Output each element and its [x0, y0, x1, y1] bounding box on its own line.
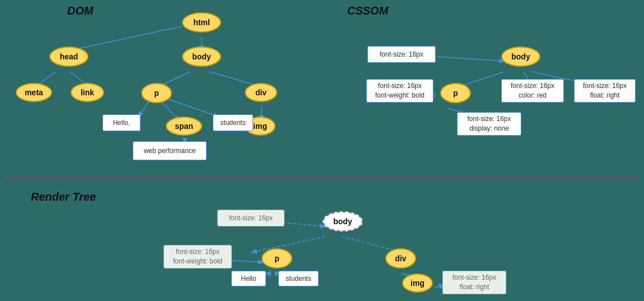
cssom-p-node: p [440, 83, 471, 103]
render-body-node: body [323, 211, 363, 231]
cssom-fontsize-body-box: font-size: 16px [367, 46, 436, 63]
dom-label: DOM [67, 4, 94, 17]
arrows-svg [0, 0, 644, 301]
render-p-style-box: font-size: 16pxfont-weight: bold [164, 245, 232, 268]
render-fontsize-box: font-size: 16px [217, 210, 284, 226]
svg-line-8 [165, 98, 218, 117]
svg-line-20 [252, 237, 325, 252]
dom-span-node: span [166, 117, 202, 136]
render-hello-box: Hello [231, 271, 266, 286]
dom-html-node: html [182, 12, 221, 33]
cssom-span2-style-box: font-size: 16pxdisplay: none [457, 112, 521, 136]
dom-students-box: students [213, 114, 253, 131]
dom-link-node: link [71, 83, 104, 102]
render-students-box: students [278, 271, 319, 286]
dom-hello-box: Hello, [102, 114, 141, 131]
cssom-span-style-box: font-size: 16pxcolor: red [501, 79, 564, 103]
main-diagram: DOM CSSOM Render Tree [0, 0, 644, 301]
render-div-node: div [385, 248, 416, 268]
render-p-node: p [262, 248, 292, 268]
svg-line-0 [70, 26, 182, 50]
dom-meta-node: meta [16, 83, 52, 102]
cssom-body-node: body [501, 47, 540, 67]
render-img-style-box: font-size: 16pxfloat: right [442, 271, 506, 294]
render-img-node: img [402, 274, 433, 293]
dom-body-node: body [182, 47, 221, 67]
cssom-label: CSSOM [347, 4, 388, 17]
dom-webperf-box: web performance [133, 141, 207, 160]
cssom-p-style-box: font-size: 16pxfont-weight: bold [366, 79, 433, 103]
cssom-img-style-box: font-size: 16pxfloat: right [574, 79, 636, 103]
dom-p-node: p [141, 83, 172, 103]
render-label: Render Tree [31, 191, 96, 203]
svg-line-19 [283, 223, 325, 226]
svg-line-11 [437, 57, 504, 61]
divider [6, 178, 638, 179]
dom-div-node: div [245, 83, 277, 102]
dom-head-node: head [49, 47, 88, 67]
